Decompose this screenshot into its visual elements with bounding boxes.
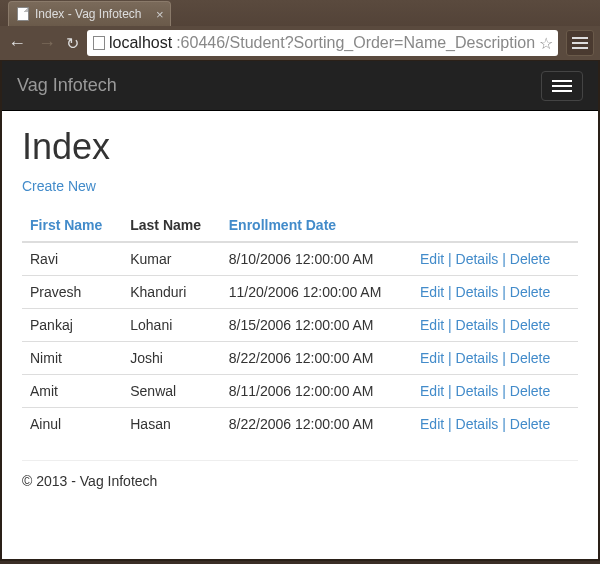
page-footer: © 2013 - Vag Infotech — [22, 473, 578, 504]
cell-enrollment-date: 8/15/2006 12:00:00 AM — [221, 309, 412, 342]
details-link[interactable]: Details — [456, 317, 499, 333]
cell-last-name: Joshi — [122, 342, 221, 375]
reload-button[interactable]: ↻ — [66, 34, 79, 53]
delete-link[interactable]: Delete — [510, 284, 550, 300]
table-row: NimitJoshi8/22/2006 12:00:00 AMEdit | De… — [22, 342, 578, 375]
details-link[interactable]: Details — [456, 383, 499, 399]
cell-first-name: Pravesh — [22, 276, 122, 309]
page-content: Vag Infotech Index Create New First Name… — [0, 61, 600, 561]
table-row: AinulHasan8/22/2006 12:00:00 AMEdit | De… — [22, 408, 578, 441]
close-icon[interactable]: × — [156, 8, 164, 21]
cell-last-name: Khanduri — [122, 276, 221, 309]
address-bar[interactable]: localhost:60446/Student?Sorting_Order=Na… — [87, 30, 558, 56]
browser-tab[interactable]: Index - Vag Infotech × — [8, 1, 171, 26]
cell-actions: Edit | Details | Delete — [412, 342, 578, 375]
edit-link[interactable]: Edit — [420, 284, 444, 300]
navbar-brand[interactable]: Vag Infotech — [17, 75, 117, 96]
separator: | — [498, 350, 509, 366]
details-link[interactable]: Details — [456, 350, 499, 366]
separator: | — [444, 251, 455, 267]
cell-last-name: Lohani — [122, 309, 221, 342]
table-row: PankajLohani8/15/2006 12:00:00 AMEdit | … — [22, 309, 578, 342]
cell-last-name: Kumar — [122, 242, 221, 276]
students-table: First Name Last Name Enrollment Date Rav… — [22, 209, 578, 440]
page-title: Index — [22, 126, 578, 168]
table-row: PraveshKhanduri11/20/2006 12:00:00 AMEdi… — [22, 276, 578, 309]
cell-first-name: Ainul — [22, 408, 122, 441]
col-first-name[interactable]: First Name — [30, 217, 102, 233]
cell-last-name: Hasan — [122, 408, 221, 441]
separator: | — [444, 317, 455, 333]
edit-link[interactable]: Edit — [420, 317, 444, 333]
cell-last-name: Senwal — [122, 375, 221, 408]
cell-first-name: Ravi — [22, 242, 122, 276]
edit-link[interactable]: Edit — [420, 416, 444, 432]
browser-tab-bar: Index - Vag Infotech × — [0, 0, 600, 26]
browser-menu-button[interactable] — [566, 30, 594, 56]
delete-link[interactable]: Delete — [510, 251, 550, 267]
forward-button: → — [36, 33, 58, 54]
cell-actions: Edit | Details | Delete — [412, 408, 578, 441]
url-host: localhost — [109, 34, 172, 52]
separator: | — [444, 383, 455, 399]
col-actions — [412, 209, 578, 242]
table-row: AmitSenwal8/11/2006 12:00:00 AMEdit | De… — [22, 375, 578, 408]
delete-link[interactable]: Delete — [510, 383, 550, 399]
cell-enrollment-date: 8/11/2006 12:00:00 AM — [221, 375, 412, 408]
cell-actions: Edit | Details | Delete — [412, 276, 578, 309]
cell-actions: Edit | Details | Delete — [412, 242, 578, 276]
separator: | — [498, 251, 509, 267]
cell-enrollment-date: 11/20/2006 12:00:00 AM — [221, 276, 412, 309]
separator: | — [444, 350, 455, 366]
col-enrollment-date[interactable]: Enrollment Date — [229, 217, 336, 233]
details-link[interactable]: Details — [456, 284, 499, 300]
cell-actions: Edit | Details | Delete — [412, 309, 578, 342]
table-row: RaviKumar8/10/2006 12:00:00 AMEdit | Det… — [22, 242, 578, 276]
edit-link[interactable]: Edit — [420, 350, 444, 366]
page-icon — [17, 7, 29, 21]
separator: | — [498, 416, 509, 432]
cell-enrollment-date: 8/22/2006 12:00:00 AM — [221, 342, 412, 375]
browser-toolbar: ← → ↻ localhost:60446/Student?Sorting_Or… — [0, 26, 600, 60]
col-last-name: Last Name — [122, 209, 221, 242]
cell-enrollment-date: 8/22/2006 12:00:00 AM — [221, 408, 412, 441]
tab-title: Index - Vag Infotech — [35, 7, 142, 21]
back-button[interactable]: ← — [6, 33, 28, 54]
separator: | — [498, 317, 509, 333]
details-link[interactable]: Details — [456, 251, 499, 267]
cell-first-name: Nimit — [22, 342, 122, 375]
url-path: :60446/Student?Sorting_Order=Name_Descri… — [176, 34, 535, 52]
bookmark-icon[interactable]: ☆ — [539, 34, 553, 53]
edit-link[interactable]: Edit — [420, 383, 444, 399]
separator: | — [498, 383, 509, 399]
separator: | — [498, 284, 509, 300]
navbar-toggle-button[interactable] — [541, 71, 583, 101]
main-container: Index Create New First Name Last Name En… — [2, 111, 598, 519]
create-new-link[interactable]: Create New — [22, 178, 96, 194]
cell-enrollment-date: 8/10/2006 12:00:00 AM — [221, 242, 412, 276]
delete-link[interactable]: Delete — [510, 416, 550, 432]
separator: | — [444, 416, 455, 432]
separator: | — [444, 284, 455, 300]
site-navbar: Vag Infotech — [2, 61, 598, 111]
edit-link[interactable]: Edit — [420, 251, 444, 267]
delete-link[interactable]: Delete — [510, 317, 550, 333]
footer-divider — [22, 460, 578, 461]
browser-chrome: Index - Vag Infotech × ← → ↻ localhost:6… — [0, 0, 600, 61]
cell-actions: Edit | Details | Delete — [412, 375, 578, 408]
delete-link[interactable]: Delete — [510, 350, 550, 366]
cell-first-name: Amit — [22, 375, 122, 408]
details-link[interactable]: Details — [456, 416, 499, 432]
cell-first-name: Pankaj — [22, 309, 122, 342]
page-icon — [93, 36, 105, 50]
